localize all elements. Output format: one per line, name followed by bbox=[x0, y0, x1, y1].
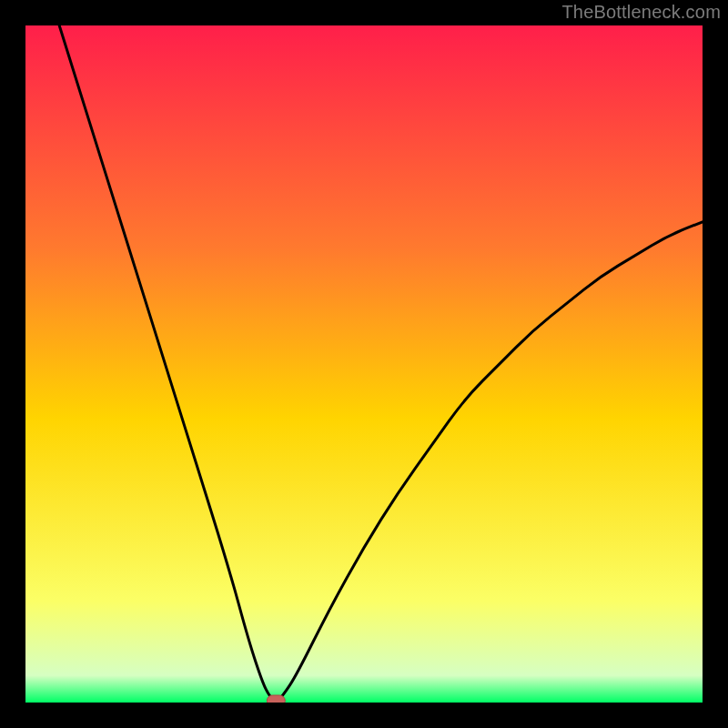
attribution-label: TheBottleneck.com bbox=[561, 2, 721, 23]
plot-area bbox=[25, 25, 703, 703]
gradient-background bbox=[25, 25, 703, 703]
chart-svg bbox=[25, 25, 703, 703]
chart-frame: TheBottleneck.com bbox=[0, 0, 728, 728]
minimum-marker bbox=[267, 695, 285, 703]
